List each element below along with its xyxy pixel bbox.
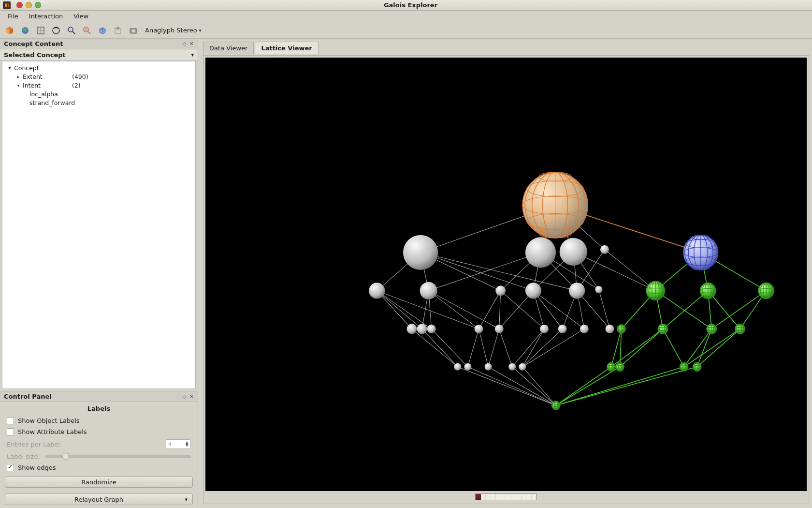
- label-size-text: Label size:: [7, 453, 40, 460]
- tree-node-extent[interactable]: Extent: [23, 73, 43, 80]
- svg-line-60: [468, 367, 556, 405]
- panel-close-icon[interactable]: ✕: [189, 41, 194, 47]
- toolbar-zoom-icon[interactable]: [66, 25, 77, 36]
- svg-line-20: [429, 253, 541, 291]
- label-size-row: Label size:: [0, 451, 198, 462]
- selected-concept-label: Selected Concept: [4, 51, 66, 59]
- tree-node-concept[interactable]: Concept: [14, 64, 39, 72]
- menu-interaction[interactable]: Interaction: [24, 11, 68, 21]
- svg-line-39: [499, 291, 501, 329]
- svg-line-76: [711, 291, 766, 329]
- lattice-node[interactable]: [427, 325, 436, 333]
- toolbar-snapshot-icon[interactable]: [128, 25, 139, 36]
- close-window-button[interactable]: [16, 2, 23, 8]
- lattice-node[interactable]: [420, 282, 437, 299]
- viewport-frame: [203, 55, 809, 504]
- labels-section-title: Labels: [0, 402, 198, 415]
- svg-line-54: [488, 329, 499, 367]
- randomize-button[interactable]: Randomize: [5, 476, 193, 488]
- lattice-node[interactable]: [485, 363, 492, 371]
- tab-lattice-viewer[interactable]: Lattice Viewer: [255, 42, 318, 54]
- toolbar-stereo-dropdown[interactable]: Anaglyph Stereo ▾: [145, 27, 201, 34]
- relayout-graph-button[interactable]: Relayout Graph ▾: [5, 493, 193, 505]
- lattice-node[interactable]: [407, 324, 417, 334]
- tree-leaf-loc-alpha[interactable]: loc_alpha: [29, 90, 58, 98]
- lattice-node[interactable]: [580, 325, 589, 333]
- panel-close-icon[interactable]: ✕: [189, 393, 194, 400]
- svg-line-80: [611, 329, 663, 367]
- spinner-arrows-icon[interactable]: ▲▼: [186, 441, 188, 447]
- toolbar-cube-icon[interactable]: [97, 25, 108, 36]
- lattice-node[interactable]: [595, 286, 602, 293]
- lattice-node[interactable]: [454, 363, 461, 371]
- progress-bar: [475, 493, 537, 500]
- label-size-slider[interactable]: [45, 455, 191, 458]
- tree-expander-icon[interactable]: ▾: [15, 82, 22, 89]
- entries-per-label-spinner[interactable]: 4 ▲▼: [166, 439, 191, 449]
- lattice-node[interactable]: [464, 363, 471, 371]
- lattice-viewport[interactable]: [205, 58, 807, 491]
- toolbar-zoom-reset-icon[interactable]: [81, 25, 93, 36]
- toolbar-export-icon[interactable]: [112, 25, 124, 36]
- entries-per-label-row: Entries per Label: 4 ▲▼: [0, 437, 198, 451]
- tree-node-intent[interactable]: Intent: [23, 82, 41, 89]
- show-object-labels-label: Show Object Labels: [18, 417, 80, 424]
- lattice-node[interactable]: [369, 283, 385, 299]
- lattice-node[interactable]: [560, 238, 587, 266]
- svg-line-32: [377, 291, 422, 329]
- svg-line-8: [88, 31, 90, 34]
- svg-line-87: [556, 367, 611, 405]
- svg-line-83: [684, 329, 711, 367]
- toolbar-globe-icon[interactable]: [19, 25, 31, 36]
- concept-tree[interactable]: ▾ Concept ▸ Extent (490) ▾ Intent (2) lo…: [2, 61, 196, 389]
- lattice-node[interactable]: [519, 363, 526, 371]
- toolbar-open-icon[interactable]: [4, 25, 15, 36]
- sidebar: Concept Content ◇ ✕ Selected Concept ▾ ▾…: [0, 39, 198, 508]
- viewer-tabs: Data Viewer Lattice Viewer: [203, 42, 809, 54]
- toolbar-lattice-icon[interactable]: [35, 25, 46, 36]
- svg-point-4: [53, 27, 59, 34]
- svg-line-61: [488, 367, 556, 405]
- svg-line-63: [522, 367, 556, 405]
- show-edges-checkbox[interactable]: Show edges: [0, 462, 198, 473]
- panel-detach-icon[interactable]: ◇: [182, 393, 186, 400]
- toolbar: Anaglyph Stereo ▾: [0, 22, 812, 39]
- lattice-node[interactable]: [403, 235, 438, 270]
- toolbar-refresh-icon[interactable]: [50, 25, 62, 36]
- menu-view[interactable]: View: [69, 11, 93, 21]
- svg-line-55: [499, 329, 512, 367]
- minimize-window-button[interactable]: [26, 2, 32, 8]
- show-edges-label: Show edges: [18, 464, 56, 471]
- lattice-node[interactable]: [417, 324, 427, 334]
- lattice-node[interactable]: [495, 325, 504, 333]
- tree-expander-icon[interactable]: ▸: [15, 73, 22, 80]
- lattice-node[interactable]: [508, 363, 516, 371]
- svg-line-62: [512, 367, 556, 405]
- lattice-node[interactable]: [525, 237, 556, 268]
- lattice-node[interactable]: [558, 325, 567, 333]
- lattice-node[interactable]: [600, 245, 609, 254]
- lattice-node[interactable]: [569, 283, 585, 299]
- panel-detach-icon[interactable]: ◇: [182, 41, 186, 47]
- show-object-labels-checkbox[interactable]: Show Object Labels: [0, 415, 198, 426]
- svg-line-85: [684, 329, 740, 367]
- svg-line-64: [522, 329, 584, 367]
- tree-leaf-strand-forward[interactable]: strand_forward: [29, 99, 75, 106]
- stereo-label: Anaglyph Stereo: [145, 27, 197, 34]
- lattice-node[interactable]: [540, 325, 549, 333]
- control-panel-header: Control Panel ◇ ✕: [0, 391, 198, 402]
- app-icon: ◧: [3, 1, 11, 9]
- zoom-window-button[interactable]: [35, 2, 41, 8]
- lattice-node[interactable]: [475, 325, 483, 333]
- tree-expander-icon[interactable]: ▾: [6, 64, 13, 71]
- selected-concept-dropdown[interactable]: Selected Concept ▾: [0, 49, 198, 61]
- chevron-down-icon: ▾: [191, 52, 194, 58]
- menu-file[interactable]: File: [3, 11, 23, 21]
- lattice-node[interactable]: [605, 325, 614, 333]
- slider-thumb[interactable]: [62, 453, 69, 460]
- svg-line-6: [72, 31, 75, 34]
- show-attribute-labels-checkbox[interactable]: Show Attribute Labels: [0, 426, 198, 437]
- lattice-node[interactable]: [525, 283, 541, 299]
- lattice-node[interactable]: [495, 285, 506, 296]
- tab-data-viewer[interactable]: Data Viewer: [203, 42, 254, 54]
